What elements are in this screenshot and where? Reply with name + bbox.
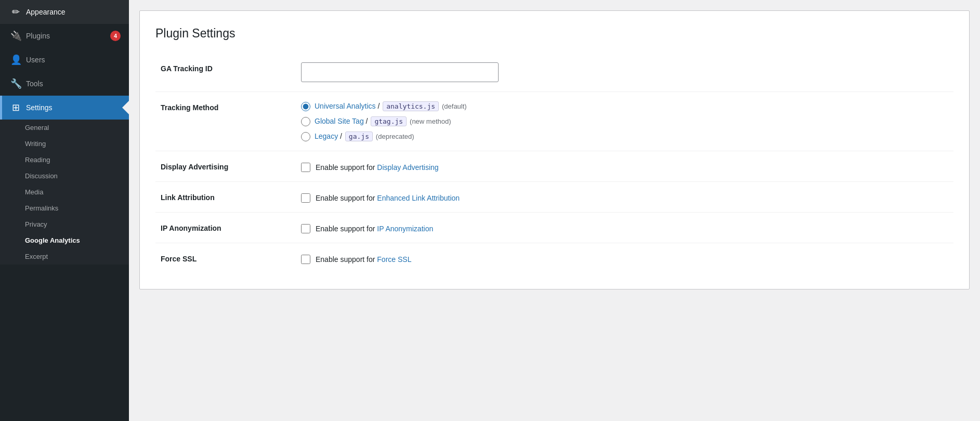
ga-tracking-id-input[interactable] bbox=[301, 62, 499, 82]
sidebar: ✏ Appearance 🔌 Plugins 4 👤 Users 🔧 Tools… bbox=[0, 0, 129, 421]
tracking-method-label: Tracking Method bbox=[155, 101, 301, 112]
tools-icon: 🔧 bbox=[10, 78, 21, 89]
global-note: (new method) bbox=[410, 117, 451, 125]
submenu-item-google-analytics[interactable]: Google Analytics bbox=[0, 232, 129, 248]
settings-submenu: General Writing Reading Discussion Media… bbox=[0, 120, 129, 265]
link-attribution-row: Link Attribution Enable support for Enha… bbox=[155, 182, 953, 213]
sidebar-item-appearance[interactable]: ✏ Appearance bbox=[0, 0, 129, 24]
submenu-item-discussion[interactable]: Discussion bbox=[0, 168, 129, 184]
tracking-method-universal-radio[interactable] bbox=[301, 102, 310, 111]
display-advertising-link[interactable]: Display Advertising bbox=[377, 163, 438, 172]
tracking-method-row: Tracking Method Universal Analytics / an… bbox=[155, 92, 953, 151]
submenu-item-media[interactable]: Media bbox=[0, 184, 129, 200]
legacy-link[interactable]: Legacy bbox=[315, 132, 338, 140]
global-code-tag: gtag.js bbox=[371, 116, 407, 126]
display-advertising-checkbox-label[interactable]: Enable support for Display Advertising bbox=[301, 161, 953, 172]
link-attribution-checkbox-label[interactable]: Enable support for Enhanced Link Attribu… bbox=[301, 191, 953, 203]
tracking-method-global-label: Global Site Tag / gtag.js (new method) bbox=[315, 116, 451, 126]
force-ssl-link[interactable]: Force SSL bbox=[377, 255, 411, 264]
submenu-item-reading[interactable]: Reading bbox=[0, 152, 129, 168]
active-arrow bbox=[122, 100, 129, 115]
tracking-method-legacy-radio[interactable] bbox=[301, 132, 310, 141]
force-ssl-control: Enable support for Force SSL bbox=[301, 253, 953, 264]
sidebar-item-label: Tools bbox=[26, 80, 121, 88]
page-title: Plugin Settings bbox=[155, 27, 953, 41]
link-attribution-label: Link Attribution bbox=[155, 191, 301, 202]
force-ssl-row: Force SSL Enable support for Force SSL bbox=[155, 243, 953, 273]
ip-anonymization-control: Enable support for IP Anonymization bbox=[301, 222, 953, 233]
plugins-icon: 🔌 bbox=[10, 30, 21, 42]
force-ssl-label: Force SSL bbox=[155, 253, 301, 263]
global-site-tag-link[interactable]: Global Site Tag bbox=[315, 117, 364, 125]
submenu-item-general[interactable]: General bbox=[0, 120, 129, 136]
ip-anonymization-row: IP Anonymization Enable support for IP A… bbox=[155, 213, 953, 243]
ip-anonymization-link[interactable]: IP Anonymization bbox=[377, 225, 433, 233]
settings-icon: ⊞ bbox=[10, 102, 21, 113]
force-ssl-checkbox-label[interactable]: Enable support for Force SSL bbox=[301, 253, 953, 264]
sidebar-item-users[interactable]: 👤 Users bbox=[0, 48, 129, 72]
tracking-method-global[interactable]: Global Site Tag / gtag.js (new method) bbox=[301, 116, 953, 126]
universal-analytics-link[interactable]: Universal Analytics bbox=[315, 102, 376, 110]
appearance-icon: ✏ bbox=[10, 6, 21, 18]
sidebar-item-label: Appearance bbox=[26, 8, 121, 16]
sidebar-item-tools[interactable]: 🔧 Tools bbox=[0, 72, 129, 96]
submenu-item-privacy[interactable]: Privacy bbox=[0, 216, 129, 232]
display-advertising-row: Display Advertising Enable support for D… bbox=[155, 151, 953, 182]
link-attribution-text: Enable support for Enhanced Link Attribu… bbox=[316, 194, 460, 202]
tracking-method-control: Universal Analytics / analytics.js (defa… bbox=[301, 101, 953, 141]
display-advertising-control: Enable support for Display Advertising bbox=[301, 161, 953, 172]
submenu-item-writing[interactable]: Writing bbox=[0, 136, 129, 152]
ip-anonymization-text: Enable support for IP Anonymization bbox=[316, 225, 433, 233]
legacy-code-tag: ga.js bbox=[345, 131, 373, 141]
universal-code-tag: analytics.js bbox=[383, 101, 439, 111]
ga-tracking-id-control bbox=[301, 62, 953, 82]
plugins-badge: 4 bbox=[110, 31, 121, 41]
sidebar-item-label: Users bbox=[26, 56, 121, 64]
ga-tracking-id-row: GA Tracking ID bbox=[155, 53, 953, 92]
link-attribution-checkbox[interactable] bbox=[301, 193, 310, 203]
force-ssl-text: Enable support for Force SSL bbox=[316, 255, 411, 264]
ip-anonymization-checkbox[interactable] bbox=[301, 224, 310, 233]
users-icon: 👤 bbox=[10, 54, 21, 65]
tracking-method-universal-label: Universal Analytics / analytics.js (defa… bbox=[315, 101, 467, 111]
sidebar-item-settings[interactable]: ⊞ Settings bbox=[0, 96, 129, 120]
ga-tracking-id-label: GA Tracking ID bbox=[155, 62, 301, 73]
submenu-item-excerpt[interactable]: Excerpt bbox=[0, 248, 129, 265]
tracking-method-legacy[interactable]: Legacy / ga.js (deprecated) bbox=[301, 131, 953, 141]
ip-anonymization-label: IP Anonymization bbox=[155, 222, 301, 232]
universal-note: (default) bbox=[442, 102, 467, 110]
display-advertising-text: Enable support for Display Advertising bbox=[316, 163, 439, 172]
main-content: Plugin Settings GA Tracking ID Tracking … bbox=[129, 0, 980, 421]
sidebar-item-plugins[interactable]: 🔌 Plugins 4 bbox=[0, 24, 129, 48]
tracking-method-global-radio[interactable] bbox=[301, 117, 310, 126]
tracking-method-legacy-label: Legacy / ga.js (deprecated) bbox=[315, 131, 414, 141]
link-attribution-control: Enable support for Enhanced Link Attribu… bbox=[301, 191, 953, 203]
display-advertising-label: Display Advertising bbox=[155, 161, 301, 171]
ip-anonymization-checkbox-label[interactable]: Enable support for IP Anonymization bbox=[301, 222, 953, 233]
sidebar-item-label: Settings bbox=[26, 103, 121, 112]
legacy-note: (deprecated) bbox=[376, 133, 414, 140]
force-ssl-checkbox[interactable] bbox=[301, 255, 310, 264]
tracking-method-universal[interactable]: Universal Analytics / analytics.js (defa… bbox=[301, 101, 953, 111]
sidebar-item-label: Plugins bbox=[26, 32, 105, 40]
submenu-item-permalinks[interactable]: Permalinks bbox=[0, 200, 129, 216]
plugin-settings-card: Plugin Settings GA Tracking ID Tracking … bbox=[139, 10, 970, 290]
link-attribution-link[interactable]: Enhanced Link Attribution bbox=[377, 194, 460, 202]
display-advertising-checkbox[interactable] bbox=[301, 163, 310, 172]
